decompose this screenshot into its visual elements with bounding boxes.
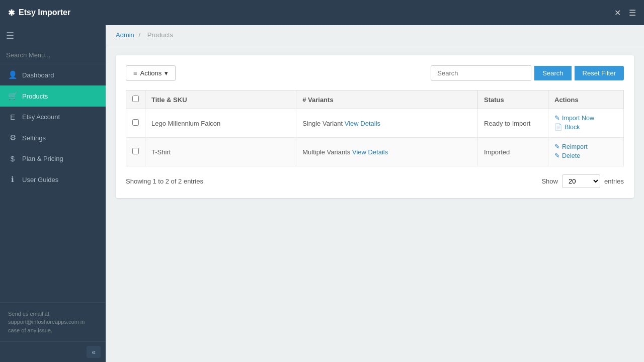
content-card: ≡ Actions ▾ Search Reset Filter — [116, 55, 634, 198]
header-variants: # Variants — [296, 90, 478, 109]
sidebar: ☰ 👤 Dashboard 🛒 Products E Etsy Account … — [0, 25, 106, 362]
list-icon: ≡ — [133, 69, 137, 77]
row2-reimport-link[interactable]: ✎ Reimport — [554, 143, 617, 150]
breadcrumb-separator: / — [138, 31, 140, 39]
sidebar-item-etsy-account[interactable]: E Etsy Account — [0, 107, 106, 127]
row2-variants-prefix: Multiple Variants — [302, 148, 350, 156]
sidebar-label-settings: Settings — [22, 134, 46, 142]
row1-actions: ✎ Import Now 📄 Block — [548, 109, 624, 138]
row1-view-details-link[interactable]: View Details — [345, 120, 380, 127]
row1-status: Ready to Import — [478, 109, 548, 138]
header-checkbox-col — [126, 90, 145, 109]
sidebar-footer: Send us email at support@infoshoreapps.c… — [0, 302, 106, 342]
sidebar-item-user-guides[interactable]: ℹ User Guides — [0, 169, 106, 190]
row2-title: T-Shirt — [145, 138, 296, 166]
row1-title: Lego Millennium Falcon — [145, 109, 296, 138]
breadcrumb: Admin / Products — [106, 25, 644, 45]
sidebar-search-input[interactable] — [6, 51, 100, 59]
search-input[interactable] — [431, 65, 531, 81]
row1-block-link[interactable]: 📄 Block — [554, 123, 617, 131]
sidebar-label-guides: User Guides — [22, 176, 58, 184]
table-row: T-Shirt Multiple Variants View Details I… — [126, 138, 624, 166]
hamburger-icon[interactable]: ☰ — [629, 8, 636, 18]
select-all-checkbox[interactable] — [132, 96, 139, 102]
sidebar-toggle[interactable]: ☰ — [0, 25, 106, 46]
row2-view-details-link[interactable]: View Details — [352, 148, 388, 156]
etsy-icon: E — [8, 113, 17, 121]
navbar-actions: ✕ ☰ — [614, 8, 636, 18]
header-status: Status — [478, 90, 548, 109]
app-gear-icon: ✱ — [8, 8, 15, 18]
search-button[interactable]: Search — [534, 66, 571, 80]
delete-icon: ✎ — [554, 152, 560, 159]
app-title: Etsy Importer — [19, 8, 70, 17]
sidebar-item-plan-pricing[interactable]: $ Plan & Pricing — [0, 148, 106, 169]
settings-icon: ⚙ — [8, 133, 17, 142]
row1-checkbox[interactable] — [132, 119, 139, 126]
sidebar-label-etsy: Etsy Account — [22, 113, 60, 121]
show-label: Show — [541, 177, 558, 185]
showing-text: Showing 1 to 2 of 2 entries — [126, 177, 203, 185]
reimport-icon: ✎ — [554, 143, 560, 150]
import-icon: ✎ — [554, 114, 560, 122]
sidebar-collapse-area: « — [0, 341, 106, 362]
reset-filter-button[interactable]: Reset Filter — [575, 66, 624, 80]
row2-check-cell — [126, 138, 145, 166]
per-page-select[interactable]: 10 20 50 100 — [562, 174, 600, 188]
app-title-area: ✱ Etsy Importer — [8, 8, 70, 18]
dropdown-arrow-icon: ▾ — [165, 69, 168, 77]
sidebar-collapse-button[interactable]: « — [87, 346, 101, 358]
show-entries: Show 10 20 50 100 entries — [541, 174, 624, 188]
close-icon[interactable]: ✕ — [614, 8, 621, 18]
header-actions: Actions — [548, 90, 624, 109]
products-table: Title & SKU # Variants Status Actions — [126, 90, 624, 166]
dashboard-icon: 👤 — [8, 70, 17, 79]
sidebar-label-plan: Plan & Pricing — [22, 155, 63, 162]
entries-label: entries — [604, 177, 624, 185]
toolbar-right: Search Reset Filter — [431, 65, 624, 81]
breadcrumb-admin[interactable]: Admin — [116, 31, 134, 39]
row2-variants: Multiple Variants View Details — [296, 138, 478, 166]
sidebar-item-dashboard[interactable]: 👤 Dashboard — [0, 64, 106, 85]
content-area: ≡ Actions ▾ Search Reset Filter — [106, 45, 644, 362]
top-navbar: ✱ Etsy Importer ✕ ☰ — [0, 0, 644, 25]
row1-variants: Single Variant View Details — [296, 109, 478, 138]
toolbar-left: ≡ Actions ▾ — [126, 65, 176, 81]
main-layout: ☰ 👤 Dashboard 🛒 Products E Etsy Account … — [0, 25, 644, 362]
sidebar-label-dashboard: Dashboard — [22, 71, 54, 79]
row2-actions: ✎ Reimport ✎ Delete — [548, 138, 624, 166]
block-icon: 📄 — [554, 123, 562, 131]
sidebar-item-settings[interactable]: ⚙ Settings — [0, 127, 106, 148]
row1-import-now-link[interactable]: ✎ Import Now — [554, 114, 617, 122]
row2-status: Imported — [478, 138, 548, 166]
table-footer: Showing 1 to 2 of 2 entries Show 10 20 5… — [126, 174, 624, 188]
actions-label: Actions — [140, 69, 162, 77]
row1-variants-prefix: Single Variant — [302, 120, 343, 127]
table-row: Lego Millennium Falcon Single Variant Vi… — [126, 109, 624, 138]
row1-check-cell — [126, 109, 145, 138]
sidebar-search-area — [0, 46, 106, 64]
guides-icon: ℹ — [8, 175, 17, 184]
plan-icon: $ — [8, 154, 17, 163]
row2-checkbox[interactable] — [132, 148, 139, 154]
sidebar-item-products[interactable]: 🛒 Products — [0, 85, 106, 107]
sidebar-nav: 👤 Dashboard 🛒 Products E Etsy Account ⚙ … — [0, 64, 106, 302]
table-header-row: Title & SKU # Variants Status Actions — [126, 90, 624, 109]
toolbar: ≡ Actions ▾ Search Reset Filter — [126, 65, 624, 81]
products-icon: 🛒 — [8, 92, 17, 101]
main-content: Admin / Products ≡ Actions ▾ — [106, 25, 644, 362]
actions-dropdown-button[interactable]: ≡ Actions ▾ — [126, 65, 176, 81]
sidebar-label-products: Products — [22, 93, 48, 100]
header-title-sku: Title & SKU — [145, 90, 296, 109]
breadcrumb-current: Products — [147, 31, 173, 39]
row2-delete-link[interactable]: ✎ Delete — [554, 152, 617, 159]
